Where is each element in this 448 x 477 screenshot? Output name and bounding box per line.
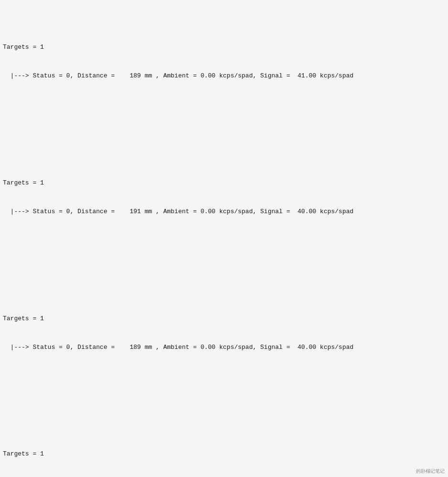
log-line-targets-2: Targets = 1 <box>3 178 445 188</box>
log-entry-2: Targets = 1 |---> Status = 0, Distance =… <box>3 159 445 236</box>
log-line-targets-4: Targets = 1 <box>3 449 445 459</box>
log-line-data-2: |---> Status = 0, Distance = 191 mm , Am… <box>3 207 445 217</box>
log-spacer-2 <box>3 256 445 266</box>
terminal-output: Targets = 1 |---> Status = 0, Distance =… <box>0 0 448 477</box>
log-line-data-1: |---> Status = 0, Distance = 189 mm , Am… <box>3 71 445 81</box>
log-spacer-1 <box>3 120 445 130</box>
log-line-targets-1: Targets = 1 <box>3 43 445 52</box>
log-line-targets-3: Targets = 1 <box>3 314 445 324</box>
log-entry-1: Targets = 1 |---> Status = 0, Distance =… <box>3 23 445 100</box>
log-line-data-3: |---> Status = 0, Distance = 189 mm , Am… <box>3 343 445 352</box>
watermark-label: 的卧榻记笔记 <box>415 467 446 475</box>
log-spacer-3 <box>3 392 445 401</box>
log-entry-4: Targets = 1 |---> Status = 0, Distance =… <box>3 430 445 477</box>
log-entry-3: Targets = 1 |---> Status = 0, Distance =… <box>3 294 445 371</box>
